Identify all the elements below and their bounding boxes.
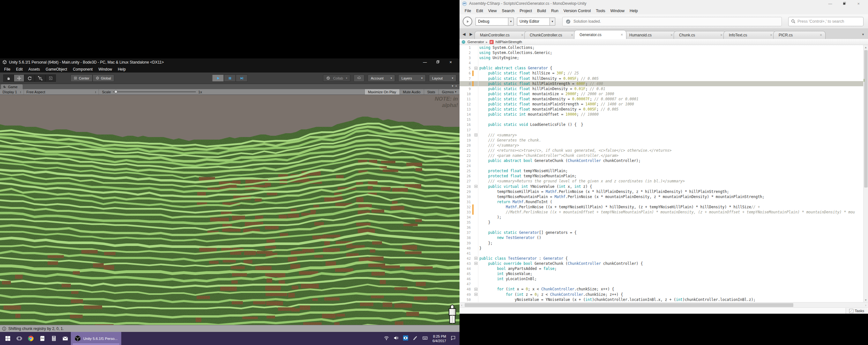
layers-dropdown[interactable]: Layers▾ <box>398 75 426 82</box>
unity-menu-help[interactable]: Help <box>115 67 129 71</box>
md-menu-edit[interactable]: Edit <box>473 9 486 13</box>
unity-menu-assets[interactable]: Assets <box>26 67 43 71</box>
unity-close-button[interactable]: × <box>449 60 452 64</box>
scroll-right-icon[interactable]: › <box>864 303 868 308</box>
taskbar-mail-button[interactable] <box>59 332 71 345</box>
run-button[interactable] <box>463 17 472 26</box>
scale-slider[interactable] <box>113 91 196 92</box>
tray-action-center-button[interactable] <box>451 336 456 342</box>
md-menu-search[interactable]: Search <box>499 9 517 13</box>
tab-generator-cs[interactable]: Generator.cs× <box>574 30 626 39</box>
fold-collapse-icon[interactable] <box>474 67 477 69</box>
tab-scroll-right-icon[interactable]: ▶ <box>468 31 474 38</box>
center-pivot-button[interactable]: Center <box>70 75 93 82</box>
fold-collapse-icon[interactable] <box>474 288 477 291</box>
fold-collapse-icon[interactable] <box>474 293 477 296</box>
tab-chunkcontroller-cs[interactable]: ChunkController.cs× <box>524 31 577 39</box>
tasks-checkbox[interactable]: ✓ <box>849 309 853 313</box>
tab-game-view[interactable]: Game <box>1 84 23 89</box>
pause-button[interactable] <box>224 75 236 82</box>
md-menu-file[interactable]: File <box>462 9 473 13</box>
taskbar-start-button[interactable] <box>2 332 13 345</box>
tray-touch-keyboard-button[interactable] <box>422 336 428 342</box>
toggle-gizmos[interactable]: Gizmos▾ <box>438 89 460 94</box>
tab-maincontroller-cs[interactable]: MainController.cs× <box>474 31 527 39</box>
global-search-box[interactable] <box>788 17 864 26</box>
unity-menu-file[interactable]: File <box>1 67 13 71</box>
tab-close-icon[interactable]: × <box>621 33 623 37</box>
tab-humanoid-cs[interactable]: Humanoid.cs× <box>624 31 676 39</box>
tab-infotext-cs[interactable]: InfoText.cs× <box>723 31 776 39</box>
rotate-tool-button[interactable] <box>24 75 35 82</box>
taskbar-chrome-button[interactable] <box>25 332 36 345</box>
horizontal-scroll-thumb[interactable] <box>465 303 793 307</box>
step-button[interactable] <box>236 75 248 82</box>
tab-close-icon[interactable]: × <box>770 33 772 37</box>
layout-dropdown[interactable]: Layout▾ <box>429 75 456 82</box>
rect-tool-button[interactable] <box>45 75 56 82</box>
md-menu-project[interactable]: Project <box>517 9 534 13</box>
tray-pen-button[interactable] <box>413 336 418 342</box>
account-dropdown[interactable]: Account▾ <box>368 75 395 82</box>
tray-wifi-button[interactable] <box>384 336 389 342</box>
scale-slider-thumb[interactable] <box>114 90 118 93</box>
tab-close-icon[interactable]: × <box>820 33 822 37</box>
global-axis-button[interactable]: Global <box>93 75 114 82</box>
unity-restore-button[interactable] <box>436 60 440 64</box>
scroll-down-icon[interactable]: ▼ <box>864 298 868 302</box>
toggle-maximize-on-play[interactable]: Maximize On Play <box>365 89 400 94</box>
taskbar-app-unity-app[interactable]: Unity 5.6.1f1 Perso... <box>71 332 121 345</box>
editor-vertical-scrollbar[interactable]: ▲ ▼ <box>863 45 868 302</box>
tab-picr-cs[interactable]: PICR.cs× <box>773 31 826 39</box>
move-tool-button[interactable] <box>14 75 24 82</box>
toggle-stats[interactable]: Stats <box>424 89 438 94</box>
code-editor[interactable]: 1using System.Collections;2using System.… <box>460 45 863 302</box>
cloud-services-button[interactable] <box>353 75 365 82</box>
md-menu-window[interactable]: Window <box>608 9 627 13</box>
fold-collapse-icon[interactable] <box>474 257 477 260</box>
tab-chunk-cs[interactable]: Chunk.cs× <box>674 31 726 39</box>
search-input[interactable] <box>798 19 861 24</box>
scale-tool-button[interactable] <box>35 75 45 82</box>
taskbar-calculator-button[interactable] <box>48 332 59 345</box>
tab-list-dropdown-icon[interactable]: ▼ <box>862 33 865 36</box>
tab-scroll-left-icon[interactable]: ◀ <box>461 31 467 38</box>
fold-collapse-icon[interactable] <box>474 185 477 188</box>
editor-horizontal-scrollbar[interactable]: ‹ › <box>460 302 868 307</box>
scroll-up-icon[interactable]: ▲ <box>864 45 868 50</box>
monodevelop-minimize-button[interactable]: — <box>828 1 832 6</box>
tab-close-icon[interactable]: × <box>720 33 722 37</box>
unity-menu-gameobject[interactable]: GameObject <box>43 67 70 71</box>
md-menu-build[interactable]: Build <box>534 9 549 13</box>
tab-close-icon[interactable]: × <box>571 33 573 37</box>
unity-menu-window[interactable]: Window <box>95 67 115 71</box>
taskbar-clock[interactable]: 8:25 PM6/4/2017 <box>432 334 446 343</box>
vertical-scroll-thumb[interactable] <box>864 50 868 188</box>
unity-minimize-button[interactable]: — <box>423 60 427 64</box>
tab-close-icon[interactable]: × <box>671 33 673 37</box>
unity-titlebar[interactable]: Unity 5.6.1f1 Personal (64bit) - Main.un… <box>0 58 460 66</box>
configuration-dropdown[interactable]: Debug ▼ <box>475 18 514 26</box>
fold-collapse-icon[interactable] <box>474 262 477 265</box>
collab-button[interactable]: Collab ▾ <box>323 75 350 82</box>
md-menu-version-control[interactable]: Version Control <box>561 9 593 13</box>
toggle-mute-audio[interactable]: Mute Audio <box>400 89 424 94</box>
md-menu-tools[interactable]: Tools <box>593 9 608 13</box>
breadcrumb-class[interactable]: Generator <box>467 40 484 44</box>
taskbar-dictionary-button[interactable]: Aa <box>36 332 48 345</box>
game-view[interactable]: NOTE: in alpha! <box>0 95 460 325</box>
display-select[interactable]: Display 1 ▴▾ <box>0 89 24 94</box>
md-menu-help[interactable]: Help <box>627 9 641 13</box>
tasks-toggle[interactable]: ✓ Tasks <box>846 308 867 314</box>
run-target-dropdown[interactable]: Unity Editor ▼ <box>517 18 555 26</box>
tray-eye-button[interactable] <box>403 336 408 342</box>
unity-menu-component[interactable]: Component <box>70 67 95 71</box>
fold-collapse-icon[interactable] <box>474 134 477 136</box>
tray-volume-button[interactable] <box>394 336 399 342</box>
md-menu-view[interactable]: View <box>486 9 499 13</box>
tab-close-icon[interactable]: × <box>521 33 523 37</box>
unity-menu-edit[interactable]: Edit <box>13 67 26 71</box>
monodevelop-titlebar[interactable]: Assembly-CSharp - Scripts\Cores\Generato… <box>460 0 868 7</box>
breadcrumb-member[interactable]: hillPlainStrength <box>496 40 522 44</box>
monodevelop-restore-button[interactable] <box>843 1 846 6</box>
